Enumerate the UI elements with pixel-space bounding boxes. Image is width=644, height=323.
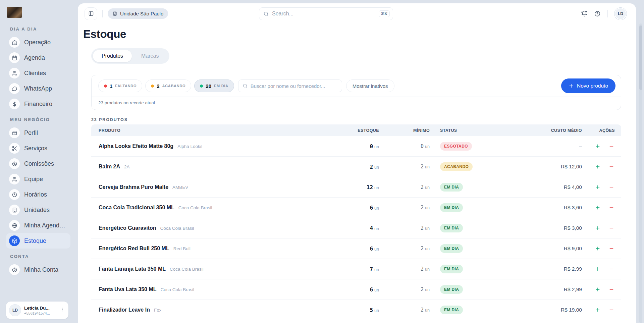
filter-chip-em-dia[interactable]: 20EM DIA xyxy=(194,79,234,92)
sidebar-item-horarios[interactable]: Horários xyxy=(6,187,70,202)
unit-selector-badge[interactable]: Unidade São Paulo xyxy=(108,8,168,19)
stock-value: 0 xyxy=(370,143,373,150)
stock-increment-button[interactable] xyxy=(594,266,601,272)
global-search[interactable]: ⌘K xyxy=(259,7,393,20)
table-row[interactable]: Alpha Looks Efeito Matte 80gAlpha Looks0… xyxy=(91,136,621,157)
sidebar-item-operacao[interactable]: Operação xyxy=(6,35,70,50)
table-row[interactable]: Balm 2A2A2un2unACABANDOR$ 12,00 xyxy=(91,157,621,177)
main-panel: Unidade São Paulo ⌘K LD Estoque Produtos… xyxy=(78,3,636,323)
stock-decrement-button[interactable] xyxy=(608,143,615,150)
status-badge: EM DIA xyxy=(440,183,463,192)
stock-increment-button[interactable] xyxy=(594,143,601,150)
building-icon xyxy=(112,11,117,16)
sidebar-item-label: Unidades xyxy=(24,207,50,214)
sidebar-item-label: Clientes xyxy=(24,70,46,77)
table-row[interactable]: Energético GuaravitonCoca Cola Brasil4un… xyxy=(91,218,621,238)
product-search-input[interactable] xyxy=(251,83,338,89)
stock-value: 12 xyxy=(367,184,373,191)
user-card[interactable]: LD Leticia Du... +5561941574... xyxy=(6,302,68,319)
stock-value: 7 xyxy=(370,266,373,272)
sidebar-item-whatsapp[interactable]: WhatsApp xyxy=(6,81,70,96)
average-cost: R$ 3,00 xyxy=(564,225,582,231)
page-scrollbar-thumb[interactable] xyxy=(639,25,642,90)
topbar-divider xyxy=(607,10,608,17)
sidebar-item-unidades[interactable]: Unidades xyxy=(6,202,70,218)
sidebar-item-financeiro[interactable]: Financeiro xyxy=(6,96,70,112)
average-cost: R$ 4,00 xyxy=(564,184,582,190)
show-inactive-button[interactable]: Mostrar inativos xyxy=(346,79,394,92)
stock-increment-button[interactable] xyxy=(594,245,601,252)
product-supplier: Coca Cola Brasil xyxy=(170,267,204,272)
stock-decrement-button[interactable] xyxy=(608,184,615,191)
minimum-value: 0 xyxy=(421,143,424,149)
clock-icon xyxy=(9,189,20,200)
product-supplier: Alpha Looks xyxy=(177,144,202,149)
sidebar-item-minha-conta[interactable]: Minha Conta xyxy=(6,262,70,277)
table-row[interactable]: Fanta Uva Lata 350 MLCoca Cola Brasil6un… xyxy=(91,279,621,300)
column-header-estoque: ESTOQUE xyxy=(342,128,379,133)
stock-value: 6 xyxy=(370,246,373,252)
sidebar-item-servicos[interactable]: Serviços xyxy=(6,141,70,156)
sidebar-item-label: Serviços xyxy=(24,145,47,152)
unit-badge-label: Unidade São Paulo xyxy=(120,11,163,16)
filter-chip-faltando[interactable]: 1FALTANDO xyxy=(98,79,142,92)
sidebar-item-label: Financeiro xyxy=(24,101,52,108)
stock-decrement-button[interactable] xyxy=(608,163,615,170)
notifications-button[interactable] xyxy=(581,10,588,17)
sidebar-item-estoque[interactable]: Estoque xyxy=(6,233,70,249)
store-icon xyxy=(9,127,20,138)
profile-avatar[interactable]: LD xyxy=(614,8,627,20)
stock-decrement-button[interactable] xyxy=(608,286,615,293)
tab-produtos[interactable]: Produtos xyxy=(93,50,132,62)
stock-increment-button[interactable] xyxy=(594,225,601,231)
minimum-value: 2 xyxy=(421,225,424,231)
sidebar-item-label: Estoque xyxy=(24,237,46,245)
table-row[interactable]: Energético Red Bull 250 MLRed Bull6un2un… xyxy=(91,238,621,259)
filter-chip-acabando[interactable]: 2ACABANDO xyxy=(145,79,191,92)
average-cost: R$ 2,99 xyxy=(564,286,582,292)
tab-marcas[interactable]: Marcas xyxy=(132,50,167,62)
sidebar-item-agenda[interactable]: Agenda xyxy=(6,50,70,65)
scissors-icon xyxy=(9,143,20,154)
minimum-value: 2 xyxy=(421,184,424,190)
product-supplier: Coca Cola Brasil xyxy=(178,205,212,210)
stock-increment-button[interactable] xyxy=(594,204,601,211)
product-name: Finalizador Leave In xyxy=(99,307,150,313)
table-row[interactable]: Cerveja Brahma Puro MalteAMBEV12un2unEM … xyxy=(91,177,621,198)
table-row[interactable]: Coca Cola Tradicional 350 MLCoca Cola Br… xyxy=(91,198,621,218)
status-badge: EM DIA xyxy=(440,244,463,253)
topbar: Unidade São Paulo ⌘K LD xyxy=(78,3,636,24)
stock-increment-button[interactable] xyxy=(594,184,601,191)
new-product-button[interactable]: Novo produto xyxy=(561,78,615,93)
stock-increment-button[interactable] xyxy=(594,286,601,293)
more-vertical-icon[interactable] xyxy=(60,307,65,314)
product-supplier: AMBEV xyxy=(172,185,188,190)
stock-decrement-button[interactable] xyxy=(608,307,615,313)
help-button[interactable] xyxy=(594,10,601,17)
table-row[interactable]: Fanta Laranja Lata 350 MLCoca Cola Brasi… xyxy=(91,259,621,279)
sidebar-item-comissoes[interactable]: Comissões xyxy=(6,156,70,171)
average-cost: R$ 12,00 xyxy=(561,164,582,169)
sidebar-toggle-button[interactable] xyxy=(85,7,97,20)
stock-decrement-button[interactable] xyxy=(608,266,615,272)
stock-increment-button[interactable] xyxy=(594,163,601,170)
stock-increment-button[interactable] xyxy=(594,307,601,313)
stock-decrement-button[interactable] xyxy=(608,225,615,231)
sidebar-item-clientes[interactable]: Clientes xyxy=(6,65,70,81)
stock-value: 2 xyxy=(370,164,373,170)
stock-decrement-button[interactable] xyxy=(608,204,615,211)
home-icon xyxy=(9,37,20,48)
global-search-input[interactable] xyxy=(272,11,376,17)
sidebar-item-minha-agenda[interactable]: Minha Agenda ... xyxy=(6,218,70,233)
users-icon xyxy=(9,174,20,184)
status-dot-icon xyxy=(104,85,107,88)
sidebar-item-perfil[interactable]: Perfil xyxy=(6,125,70,141)
sidebar-item-equipe[interactable]: Equipe xyxy=(6,171,70,187)
table-row[interactable]: Finalizador Leave InFox5un2unEM DIAR$ 19… xyxy=(91,300,621,320)
product-search[interactable] xyxy=(238,79,342,92)
filter-card: 1FALTANDO2ACABANDO20EM DIA Mostrar inati… xyxy=(91,75,621,110)
results-summary: 23 produtos no recorte atual xyxy=(92,97,621,110)
stock-decrement-button[interactable] xyxy=(608,245,615,252)
average-cost: – xyxy=(579,143,582,149)
column-header-custo-medio: CUSTO MÉDIO xyxy=(481,128,582,133)
